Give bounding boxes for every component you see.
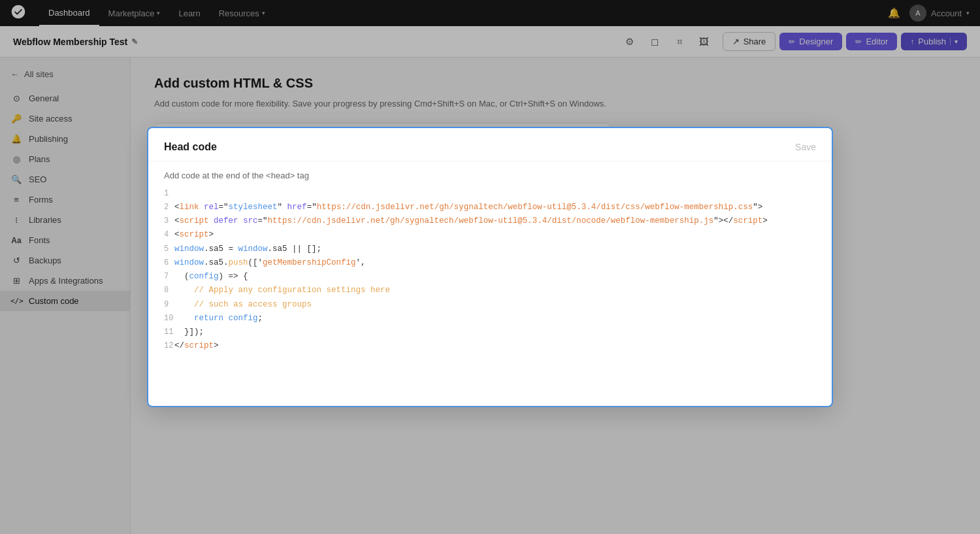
line-content: // such as access groups — [174, 298, 312, 312]
line-number: 6 — [148, 256, 174, 270]
line-content: // Apply any configuration settings here — [174, 284, 390, 297]
line-number: 2 — [148, 201, 174, 214]
line-number: 12 — [148, 339, 174, 353]
line-content: window.sa5 = window.sa5 || []; — [174, 242, 321, 256]
modal-overlay: Head code Save Add code at the end of th… — [0, 0, 980, 534]
code-editor[interactable]: 1 2 <link rel="stylesheet" href="https:/… — [148, 187, 832, 405]
line-number: 1 — [148, 187, 174, 200]
code-line: 1 — [148, 187, 832, 200]
line-content: <link rel="stylesheet" href="https://cdn… — [174, 201, 762, 214]
line-number: 3 — [148, 214, 174, 228]
code-line: 4 <script> — [148, 228, 832, 242]
line-content: </script> — [174, 339, 219, 353]
line-content: }]); — [174, 325, 204, 339]
code-line: 11 }]); — [148, 325, 832, 339]
line-number: 7 — [148, 270, 174, 284]
line-number: 5 — [148, 242, 174, 256]
line-number: 11 — [148, 325, 174, 339]
code-line: 12 </script> — [148, 339, 832, 353]
code-line: 7 (config) => { — [148, 270, 832, 284]
line-content: (config) => { — [174, 270, 248, 284]
line-content: window.sa5.push(['getMembershipConfig', — [174, 256, 366, 270]
modal-title: Head code — [164, 141, 217, 153]
save-button[interactable]: Save — [795, 142, 816, 152]
line-number: 4 — [148, 228, 174, 242]
code-line: 5 window.sa5 = window.sa5 || []; — [148, 242, 832, 256]
code-line: 9 // such as access groups — [148, 298, 832, 312]
code-line: 2 <link rel="stylesheet" href="https://c… — [148, 201, 832, 214]
line-number: 10 — [148, 312, 174, 325]
line-number: 9 — [148, 298, 174, 312]
line-content: return config; — [174, 312, 263, 325]
modal-subtitle: Add code at the end of the <head> tag — [148, 161, 832, 187]
line-number: 8 — [148, 284, 174, 297]
modal-header: Head code Save — [148, 128, 832, 161]
line-content: <script defer src="https://cdn.jsdelivr.… — [174, 214, 768, 228]
code-line: 10 return config; — [148, 312, 832, 325]
code-line: 8 // Apply any configuration settings he… — [148, 284, 832, 297]
code-line: 6 window.sa5.push(['getMembershipConfig'… — [148, 256, 832, 270]
line-content: <script> — [174, 228, 214, 242]
head-code-modal: Head code Save Add code at the end of th… — [147, 127, 833, 407]
code-line: 3 <script defer src="https://cdn.jsdeliv… — [148, 214, 832, 228]
